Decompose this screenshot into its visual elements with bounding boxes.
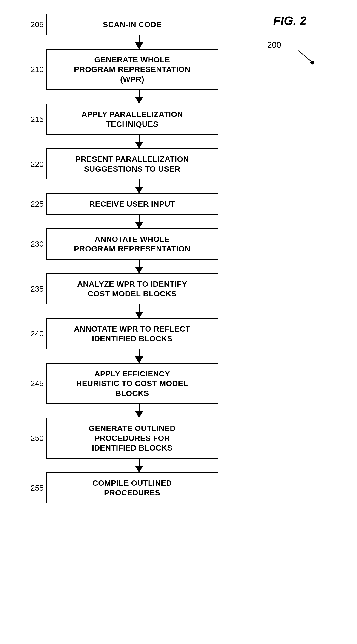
flow-step-250: 250GENERATE OUTLINEDPROCEDURES FORIDENTI… bbox=[23, 418, 230, 458]
step-box-220: PRESENT PARALLELIZATIONSUGGESTIONS TO US… bbox=[46, 148, 218, 180]
flow-step-235: 235ANALYZE WPR TO IDENTIFYCOST MODEL BLO… bbox=[23, 273, 230, 304]
flow-step-215: 215APPLY PARALLELIZATIONTECHNIQUES bbox=[23, 104, 230, 134]
arrow-head bbox=[135, 97, 143, 104]
step-label-230: 230 bbox=[23, 240, 46, 248]
arrow-head bbox=[135, 466, 143, 472]
step-box-215: APPLY PARALLELIZATIONTECHNIQUES bbox=[46, 104, 218, 134]
step-label-240: 240 bbox=[23, 330, 46, 338]
arrow-head bbox=[135, 222, 143, 229]
arrow-220 bbox=[48, 180, 230, 193]
flow-step-210: 210GENERATE WHOLEPROGRAM REPRESENTATION(… bbox=[23, 49, 230, 90]
step-box-210: GENERATE WHOLEPROGRAM REPRESENTATION(WPR… bbox=[46, 49, 218, 90]
figure-arrow-graphic bbox=[289, 48, 317, 67]
arrow-wrap bbox=[135, 179, 143, 194]
figure-title: FIG. 2 bbox=[273, 14, 307, 28]
step-box-250: GENERATE OUTLINEDPROCEDURES FORIDENTIFIE… bbox=[46, 418, 218, 458]
arrow-line bbox=[139, 404, 140, 411]
flow-step-230: 230ANNOTATE WHOLEPROGRAM REPRESENTATION bbox=[23, 228, 230, 260]
arrow-wrap bbox=[135, 214, 143, 229]
arrow-line bbox=[139, 35, 140, 42]
step-label-255: 255 bbox=[23, 484, 46, 492]
arrow-head bbox=[135, 312, 143, 318]
arrow-210 bbox=[48, 90, 230, 104]
step-box-240: ANNOTATE WPR TO REFLECTIDENTIFIED BLOCKS bbox=[46, 318, 218, 349]
arrow-head bbox=[135, 186, 143, 194]
flow-step-255: 255COMPILE OUTLINEDPROCEDURES bbox=[23, 472, 230, 504]
flow-step-225: 225RECEIVE USER INPUT bbox=[23, 193, 230, 215]
step-label-225: 225 bbox=[23, 200, 46, 208]
arrow-wrap bbox=[135, 35, 143, 49]
arrow-line bbox=[139, 214, 140, 222]
arrow-250 bbox=[48, 458, 230, 472]
flow-step-220: 220PRESENT PARALLELIZATIONSUGGESTIONS TO… bbox=[23, 148, 230, 180]
page-container: FIG. 2 200 205SCAN-IN CODE 210GENERATE W… bbox=[0, 0, 357, 644]
arrow-wrap bbox=[135, 259, 143, 274]
step-box-255: COMPILE OUTLINEDPROCEDURES bbox=[46, 472, 218, 504]
flowchart: 205SCAN-IN CODE 210GENERATE WHOLEPROGRAM… bbox=[23, 14, 230, 504]
arrow-line bbox=[139, 259, 140, 267]
step-label-210: 210 bbox=[23, 65, 46, 73]
arrow-wrap bbox=[135, 404, 143, 418]
arrow-head bbox=[135, 267, 143, 274]
figure-label: 200 bbox=[267, 40, 281, 50]
flow-step-205: 205SCAN-IN CODE bbox=[23, 14, 230, 35]
step-label-250: 250 bbox=[23, 434, 46, 442]
svg-line-0 bbox=[298, 50, 312, 62]
arrow-head bbox=[135, 356, 143, 363]
arrow-head bbox=[135, 42, 143, 49]
flow-step-240: 240ANNOTATE WPR TO REFLECTIDENTIFIED BLO… bbox=[23, 318, 230, 349]
step-label-205: 205 bbox=[23, 20, 46, 28]
arrow-head bbox=[135, 142, 143, 149]
arrow-240 bbox=[48, 349, 230, 363]
arrow-225 bbox=[48, 215, 230, 228]
arrow-line bbox=[139, 134, 140, 142]
arrow-line bbox=[139, 90, 140, 97]
arrow-wrap bbox=[135, 304, 143, 318]
step-label-220: 220 bbox=[23, 160, 46, 168]
step-box-225: RECEIVE USER INPUT bbox=[46, 193, 218, 215]
flow-step-245: 245APPLY EFFICIENCYHEURISTIC TO COST MOD… bbox=[23, 363, 230, 404]
arrow-line bbox=[139, 179, 140, 186]
step-label-215: 215 bbox=[23, 115, 46, 123]
step-box-235: ANALYZE WPR TO IDENTIFYCOST MODEL BLOCKS bbox=[46, 273, 218, 304]
arrow-line bbox=[139, 458, 140, 466]
step-box-230: ANNOTATE WHOLEPROGRAM REPRESENTATION bbox=[46, 228, 218, 260]
step-label-235: 235 bbox=[23, 285, 46, 293]
arrow-235 bbox=[48, 304, 230, 318]
arrow-215 bbox=[48, 134, 230, 148]
arrow-wrap bbox=[135, 458, 143, 472]
arrow-wrap bbox=[135, 90, 143, 104]
arrow-205 bbox=[48, 35, 230, 49]
arrow-line bbox=[139, 304, 140, 312]
arrow-line bbox=[139, 349, 140, 356]
arrow-230 bbox=[48, 260, 230, 273]
arrow-245 bbox=[48, 404, 230, 418]
arrow-head bbox=[135, 411, 143, 418]
step-box-245: APPLY EFFICIENCYHEURISTIC TO COST MODELB… bbox=[46, 363, 218, 404]
step-label-245: 245 bbox=[23, 380, 46, 387]
arrow-wrap bbox=[135, 349, 143, 363]
arrow-wrap bbox=[135, 134, 143, 149]
step-box-205: SCAN-IN CODE bbox=[46, 14, 218, 35]
